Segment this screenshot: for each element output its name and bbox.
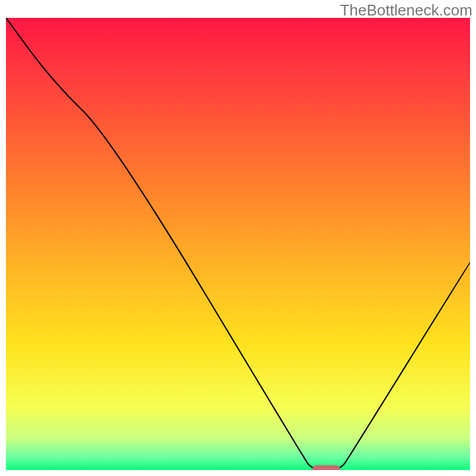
plot-area (6, 18, 470, 470)
chart-container: TheBottleneck.com (0, 0, 476, 476)
chart-svg (6, 18, 470, 470)
gradient-background (6, 18, 470, 470)
optimal-marker (312, 465, 340, 470)
watermark-text: TheBottleneck.com (340, 1, 472, 20)
